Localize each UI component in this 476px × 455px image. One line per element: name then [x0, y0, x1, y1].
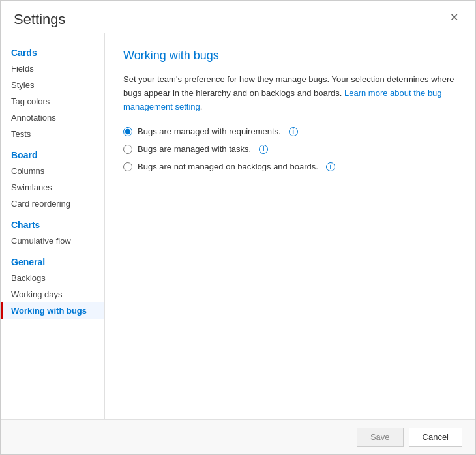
sidebar-item-annotations[interactable]: Annotations: [1, 110, 104, 126]
description-text2: .: [200, 102, 203, 111]
sidebar-item-tag-colors[interactable]: Tag colors: [1, 93, 104, 110]
radio-requirements[interactable]: [123, 127, 132, 136]
radio-tasks[interactable]: [123, 145, 132, 154]
radio-option-tasks[interactable]: Bugs are managed with tasks. i: [123, 144, 457, 154]
sidebar-section-cards: Cards: [1, 40, 104, 61]
sidebar-item-tests[interactable]: Tests: [1, 126, 104, 142]
sidebar-item-card-reordering[interactable]: Card reordering: [1, 196, 104, 212]
sidebar-section-board: Board: [1, 142, 104, 163]
dialog-header: Settings ✕: [1, 1, 475, 33]
sidebar-section-charts: Charts: [1, 212, 104, 233]
sidebar-item-fields[interactable]: Fields: [1, 61, 104, 77]
sidebar-item-styles[interactable]: Styles: [1, 77, 104, 93]
close-button[interactable]: ✕: [446, 11, 462, 24]
sidebar-section-general: General: [1, 249, 104, 270]
description: Set your team's preference for how they …: [123, 73, 457, 113]
sidebar-item-cumulative-flow[interactable]: Cumulative flow: [1, 233, 104, 249]
sidebar-item-backlogs[interactable]: Backlogs: [1, 270, 104, 286]
info-icon-not-managed[interactable]: i: [326, 162, 335, 171]
radio-label-tasks: Bugs are managed with tasks.: [138, 144, 251, 154]
dialog-body: Cards Fields Styles Tag colors Annotatio…: [1, 33, 475, 419]
sidebar-item-columns[interactable]: Columns: [1, 163, 104, 179]
save-button[interactable]: Save: [357, 428, 404, 447]
content-title: Working with bugs: [123, 49, 457, 63]
radio-group: Bugs are managed with requirements. i Bu…: [123, 126, 457, 171]
info-icon-requirements[interactable]: i: [289, 127, 298, 136]
dialog-title: Settings: [14, 11, 66, 28]
sidebar: Cards Fields Styles Tag colors Annotatio…: [1, 33, 105, 419]
radio-option-requirements[interactable]: Bugs are managed with requirements. i: [123, 126, 457, 136]
info-icon-tasks[interactable]: i: [259, 145, 268, 154]
radio-option-not-managed[interactable]: Bugs are not managed on backlogs and boa…: [123, 162, 457, 171]
sidebar-item-swimlanes[interactable]: Swimlanes: [1, 179, 104, 196]
sidebar-item-working-days[interactable]: Working days: [1, 286, 104, 302]
settings-dialog: Settings ✕ Cards Fields Styles Tag color…: [0, 0, 476, 455]
radio-label-not-managed: Bugs are not managed on backlogs and boa…: [138, 162, 318, 171]
radio-not-managed[interactable]: [123, 162, 132, 171]
radio-label-requirements: Bugs are managed with requirements.: [138, 126, 281, 136]
main-content: Working with bugs Set your team's prefer…: [105, 33, 475, 419]
dialog-footer: Save Cancel: [1, 419, 475, 454]
cancel-button[interactable]: Cancel: [409, 428, 462, 447]
sidebar-item-working-with-bugs[interactable]: Working with bugs: [1, 302, 104, 319]
